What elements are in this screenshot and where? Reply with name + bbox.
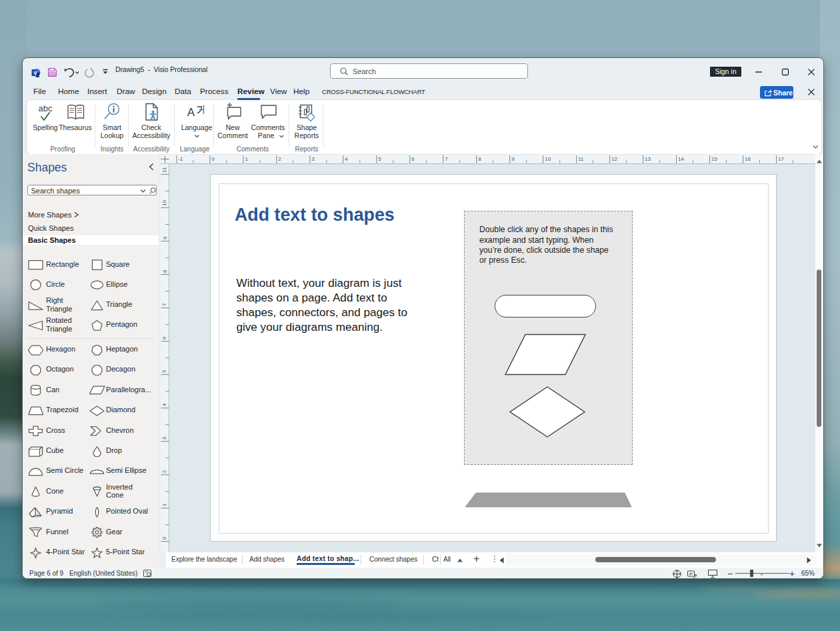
svg-text:1: 1 <box>162 503 168 506</box>
svg-text:6: 6 <box>162 336 168 340</box>
svg-text:7: 7 <box>162 303 168 306</box>
svg-text:12: 12 <box>611 156 617 162</box>
svg-text:10: 10 <box>545 156 551 162</box>
svg-text:6: 6 <box>411 156 415 162</box>
svg-text:13: 13 <box>645 156 651 162</box>
svg-text:abc: abc <box>39 103 53 113</box>
svg-text:3: 3 <box>311 156 315 162</box>
svg-text:14: 14 <box>678 156 684 162</box>
svg-text:9: 9 <box>162 236 168 239</box>
svg-text:9: 9 <box>511 156 515 162</box>
svg-text:8: 8 <box>162 269 168 273</box>
svg-text:17: 17 <box>778 156 784 162</box>
svg-text:8: 8 <box>478 156 481 162</box>
svg-text:0: 0 <box>211 156 215 162</box>
svg-text:0: 0 <box>162 536 168 540</box>
svg-text:7: 7 <box>445 156 448 162</box>
svg-text:5: 5 <box>162 370 168 373</box>
svg-text:5: 5 <box>378 156 381 162</box>
svg-text:A: A <box>187 106 195 119</box>
svg-text:2: 2 <box>278 156 281 162</box>
svg-text:3: 3 <box>162 436 168 440</box>
svg-text:15: 15 <box>711 156 717 162</box>
svg-text:-1: -1 <box>178 156 183 162</box>
svg-text:10: 10 <box>162 199 168 205</box>
svg-text:4: 4 <box>345 156 348 162</box>
svg-text:2: 2 <box>162 470 168 473</box>
svg-text:11: 11 <box>162 167 168 173</box>
svg-text:V: V <box>33 70 37 76</box>
svg-text:4: 4 <box>162 403 168 406</box>
svg-text:11: 11 <box>578 156 584 162</box>
svg-text:16: 16 <box>745 156 751 162</box>
svg-text:1: 1 <box>245 156 248 162</box>
